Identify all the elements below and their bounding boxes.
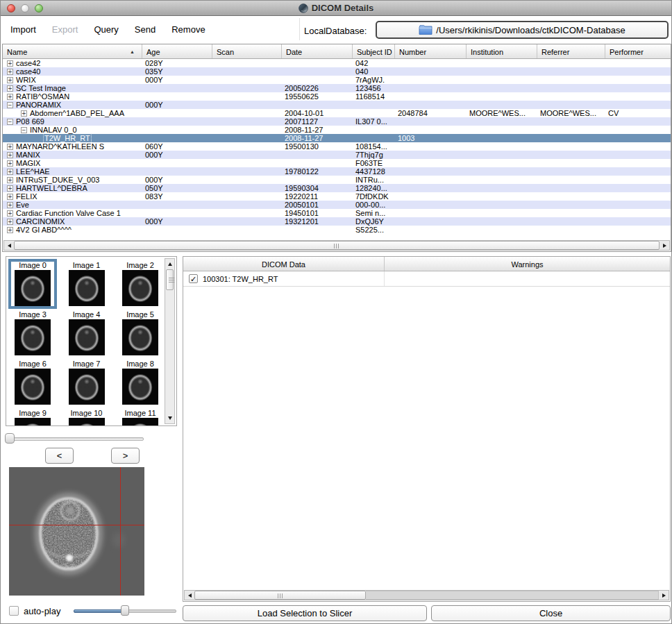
slider-handle[interactable] [121,605,129,616]
expand-icon[interactable]: + [7,177,13,183]
column-header-performer[interactable]: Performer [605,44,672,58]
thumbnail-image-11[interactable]: Image 11 [117,408,163,426]
close-window-icon[interactable] [7,4,15,12]
load-selection-to-slicer-button[interactable]: Load Selection to Slicer [183,605,427,621]
expand-icon[interactable]: + [7,185,13,192]
frame-slider[interactable] [74,605,176,616]
zoom-window-icon[interactable] [35,4,43,12]
collapse-icon[interactable]: − [21,127,27,133]
expand-icon[interactable]: + [7,69,13,75]
thumbnail-vscrollbar[interactable] [165,258,175,424]
expand-icon[interactable]: + [7,144,13,150]
close-button[interactable]: Close [431,605,671,621]
thumbnail-image-5[interactable]: Image 5 [117,310,163,357]
hscrollbar-thumb[interactable] [194,591,366,600]
table-row-hartwell-debra[interactable]: +HARTWELL^DEBRA050Y19590304128240... [3,184,671,192]
auto-play-checkbox[interactable] [9,606,19,616]
thumbnail-size-slider[interactable] [5,433,144,444]
column-header-age[interactable]: Age [142,44,212,58]
expand-icon[interactable]: + [7,77,13,83]
thumbnail-image-10[interactable]: Image 10 [64,408,110,426]
expand-icon[interactable]: + [7,85,13,92]
collapse-icon[interactable]: − [7,119,13,125]
thumbnail-label: Image 11 [124,408,156,418]
expand-icon[interactable]: + [7,169,13,175]
table-row-wrix[interactable]: +WRIX000Y7rAgWJ. [3,76,671,84]
database-path-field[interactable]: /Users/rkikinis/Downloads/ctkDICOM-Datab… [376,21,669,39]
import-button[interactable]: Import [10,24,36,35]
table-row-sc-test-image[interactable]: +SC Test Image20050226123456 [3,84,671,92]
column-header-institution[interactable]: Institution [467,44,537,58]
column-header-date[interactable]: Date [282,44,353,58]
table-row-case42[interactable]: +case42028Y042 [3,59,671,67]
series-checkbox[interactable]: ✓ [189,274,198,283]
cell-age: 000Y [142,151,212,159]
table-row-manix[interactable]: +MANIX000Y7Thjq7g [3,151,671,159]
expand-icon[interactable]: + [7,227,13,233]
thumbnail-image-8[interactable]: Image 8 [117,359,163,406]
table-row-maynard-kathleen-s[interactable]: +MAYNARD^KATHLEEN S060Y19500130108154... [3,142,671,151]
vscrollbar-thumb[interactable] [166,269,174,290]
column-header-referrer[interactable]: Referrer [537,44,605,58]
remove-button[interactable]: Remove [171,24,205,35]
column-header-warnings[interactable]: Warnings [385,257,670,271]
table-row-magix[interactable]: +MAGIXF063TE [3,159,671,167]
table-row-carcinomix[interactable]: +CARCINOMIX000Y19321201DxQJ6Y [3,217,671,226]
column-header-scan[interactable]: Scan [212,44,282,58]
previous-image-button[interactable]: < [45,448,74,464]
dicom-data-row[interactable]: ✓100301: T2W_HR_RT [183,271,670,287]
minimize-window-icon[interactable] [21,4,29,12]
thumbnail-image-2[interactable]: Image 2 [117,260,163,307]
thumbnail-image-1[interactable]: Image 1 [64,260,110,307]
send-button[interactable]: Send [135,24,156,35]
scroll-left-icon[interactable] [4,241,14,250]
expand-icon[interactable]: + [21,110,27,117]
slider-handle[interactable] [5,433,15,444]
expand-icon[interactable]: + [7,152,13,158]
scroll-down-icon[interactable] [165,414,174,423]
column-header-number[interactable]: Number [395,44,467,58]
table-row-intrust-duke-v-003[interactable]: +INTRuST_DUKE_V_003000YINTRu... [3,176,671,184]
expand-icon[interactable]: + [7,194,13,200]
dicom-table-hscrollbar[interactable] [184,590,669,600]
scroll-left-icon[interactable] [185,591,194,600]
expand-icon[interactable]: + [7,160,13,167]
thumbnail-image-9[interactable]: Image 9 [10,408,56,426]
patient-table-hscrollbar[interactable] [3,240,670,251]
query-button[interactable]: Query [94,24,118,35]
column-header-dicom-data[interactable]: DICOM Data [183,257,385,271]
collapse-icon[interactable]: − [7,102,13,108]
expand-icon[interactable]: + [7,60,13,67]
column-header-name[interactable]: Name▲ [3,44,142,58]
expand-icon[interactable]: + [7,94,13,100]
scroll-right-icon[interactable] [660,241,669,250]
hscrollbar-gutter[interactable] [366,591,659,600]
table-row-lee-hae[interactable]: +LEE^HAE197801224437128 [3,167,671,176]
scroll-up-icon[interactable] [165,260,174,269]
table-row-panoramix[interactable]: −PANORAMIX000Y [3,101,671,109]
table-row-eve[interactable]: +Eve20050101000-00... [3,201,671,209]
scroll-right-icon[interactable] [659,591,669,600]
table-row-abdomen-1abd-pel-aaa[interactable]: +Abdomen^1ABD_PEL_AAA2004-10-012048784MO… [3,109,671,117]
table-row-ratib-osman[interactable]: +RATIB^OSMAN195506251168514 [3,92,671,101]
thumbnail-image-7[interactable]: Image 7 [64,359,110,406]
table-row-4v2-gi-abd-[interactable]: +4V2 GI ABD^^^^S5225... [3,226,671,234]
slider-track[interactable] [5,437,144,441]
thumbnail-image-6[interactable]: Image 6 [10,359,56,406]
table-row-t2w-hr-rt[interactable]: T2W_HR_RT2008-11-271003 [3,134,671,142]
table-row-innalav-0-0[interactable]: −INNALAV 0_02008-11-27 [3,126,671,134]
expand-icon[interactable]: + [7,219,13,225]
table-row-case40[interactable]: +case40035Y040 [3,67,671,76]
expand-icon[interactable]: + [7,202,13,208]
hscrollbar-thumb[interactable] [14,241,660,250]
expand-icon[interactable]: + [7,210,13,217]
column-header-subject-id[interactable]: Subject ID [353,44,395,58]
table-row-cardiac-function-valve-case-1[interactable]: +Cardiac Function Valve Case 119450101Se… [3,209,671,217]
thumbnail-image-4[interactable]: Image 4 [64,310,110,357]
thumbnail-image-0[interactable]: Image 0 [10,260,56,307]
next-image-button[interactable]: > [111,448,140,464]
series-preview-image[interactable] [9,467,144,596]
table-row-felix[interactable]: +FELIX083Y192202117DfDKDK [3,192,671,201]
thumbnail-image-3[interactable]: Image 3 [10,310,56,357]
table-row-p08-669[interactable]: −P08 66920071127IL307 0... [3,117,671,126]
